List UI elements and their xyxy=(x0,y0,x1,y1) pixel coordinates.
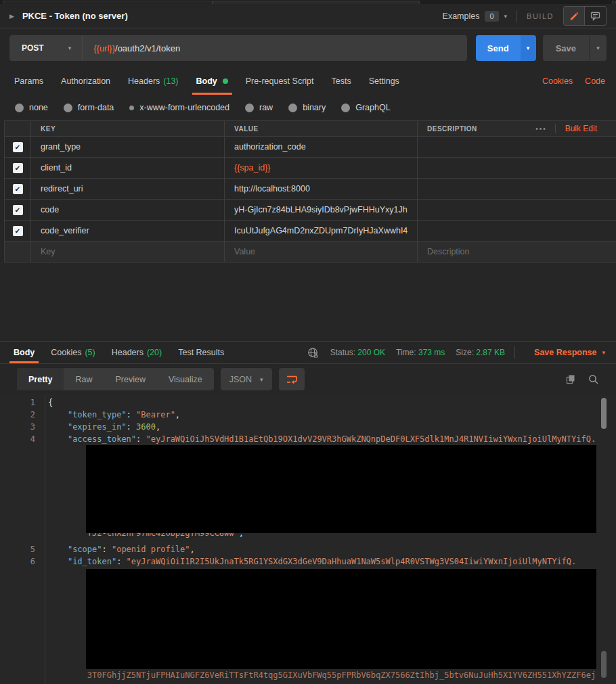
tab-label: Settings xyxy=(369,76,399,86)
response-body-editor[interactable]: 1{2 "token_type": "Bearer",3 "expires_in… xyxy=(0,394,616,684)
param-key-cell[interactable]: client_id xyxy=(31,158,225,178)
view-mode-preview[interactable]: Preview xyxy=(104,368,156,390)
param-value-placeholder: Value xyxy=(234,247,255,256)
tab-body[interactable]: Body xyxy=(188,68,237,95)
save-options-button[interactable]: ▾ xyxy=(590,35,607,61)
response-tab-test-results[interactable]: Test Results xyxy=(170,342,232,363)
token-string: "eyJraWQiOiI1R2I5UkJnaTk5RG1YSXdGX3dGeV9… xyxy=(127,557,577,566)
tab-params[interactable]: Params xyxy=(5,68,52,95)
param-value: {{spa_id}} xyxy=(234,163,271,173)
view-mode-pretty[interactable]: Pretty xyxy=(17,368,64,390)
param-key-cell[interactable]: Key xyxy=(31,242,225,262)
save-button[interactable]: Save xyxy=(543,35,590,61)
param-key-cell[interactable]: grant_type xyxy=(31,137,225,157)
param-description-cell[interactable]: Description xyxy=(418,242,616,262)
param-value-cell[interactable]: {{spa_id}} xyxy=(225,158,418,178)
body-mode-x-www-form-urlencoded[interactable]: x-www-form-urlencoded xyxy=(129,103,229,112)
method-selector[interactable]: POST xyxy=(9,43,44,53)
body-mode-label: form-data xyxy=(78,103,114,112)
url-field[interactable]: POST ▾ {{url}}/oauth2/v1/token xyxy=(9,35,467,61)
body-mode-raw[interactable]: raw xyxy=(245,103,273,112)
view-mode-visualize[interactable]: Visualize xyxy=(157,368,214,390)
request-tabs-list: ParamsAuthorizationHeaders(13)BodyPre-re… xyxy=(5,68,408,95)
save-response-chevron-down-icon[interactable]: ▾ xyxy=(602,349,605,356)
param-key-cell[interactable]: redirect_uri xyxy=(31,179,225,199)
param-value-cell[interactable]: http://localhost:8000 xyxy=(225,179,418,199)
token-punctuation: : xyxy=(127,422,136,432)
url-bar: POST ▾ {{url}}/oauth2/v1/token Send ▾ Sa… xyxy=(0,28,616,68)
examples-dropdown[interactable]: Examples xyxy=(443,12,480,21)
language-dropdown[interactable]: JSON ▾ xyxy=(221,368,272,390)
token-punctuation xyxy=(48,670,87,680)
token-punctuation: : xyxy=(127,410,136,419)
body-mode-graphql[interactable]: GraphQL xyxy=(341,103,390,112)
save-response-button[interactable]: Save Response xyxy=(534,348,596,357)
view-mode-group: PrettyRawPreviewVisualize xyxy=(17,368,214,390)
checkbox-checked-icon[interactable]: ✔ xyxy=(13,205,23,215)
body-mode-binary[interactable]: binary xyxy=(288,103,326,112)
collection-expand-icon[interactable]: ▶ xyxy=(9,13,14,20)
param-description-placeholder: Description xyxy=(427,247,470,256)
response-tab-body[interactable]: Body xyxy=(5,342,43,363)
tab-tests[interactable]: Tests xyxy=(323,68,360,95)
scrollbar-thumb-bottom[interactable] xyxy=(601,651,607,678)
token-punctuation xyxy=(48,528,87,538)
cookies-link[interactable]: Cookies xyxy=(542,76,573,86)
token-punctuation xyxy=(48,557,68,566)
param-value-cell[interactable]: authorization_code xyxy=(225,137,418,157)
response-tab-count: (20) xyxy=(147,348,162,357)
bulk-edit-link[interactable]: Bulk Edit xyxy=(556,124,607,133)
app-tab[interactable] xyxy=(3,1,213,4)
param-description-cell[interactable] xyxy=(418,158,616,178)
wrap-text-icon xyxy=(285,374,299,385)
body-mode-form-data[interactable]: form-data xyxy=(64,103,114,112)
token-key: "id_token" xyxy=(68,557,116,566)
tab-headers[interactable]: Headers(13) xyxy=(119,68,187,95)
param-value-cell[interactable]: yH-GjIcn7z84bLHA9siyIDb8vPjwFHHuYxy1JhnJ… xyxy=(225,200,418,220)
tab-authorization[interactable]: Authorization xyxy=(52,68,119,95)
param-description-cell[interactable] xyxy=(418,221,616,241)
send-options-button[interactable]: ▾ xyxy=(521,35,536,61)
more-options-icon[interactable]: ••• xyxy=(527,125,555,133)
edit-mode-button[interactable] xyxy=(564,7,585,25)
token-punctuation: : xyxy=(136,434,146,444)
checkbox-checked-icon[interactable]: ✔ xyxy=(13,226,23,236)
wrap-lines-button[interactable] xyxy=(279,368,305,390)
checkbox-checked-icon[interactable]: ✔ xyxy=(13,184,23,194)
view-mode-raw[interactable]: Raw xyxy=(64,368,104,390)
examples-chevron-down-icon[interactable]: ▾ xyxy=(504,13,508,20)
token-punctuation xyxy=(48,422,68,432)
param-description-cell[interactable] xyxy=(418,179,616,199)
method-chevron-down-icon[interactable]: ▾ xyxy=(68,45,72,51)
app-tab-active[interactable] xyxy=(213,1,420,4)
checkbox-checked-icon[interactable]: ✔ xyxy=(13,142,23,152)
line-number: 1 xyxy=(0,396,35,409)
param-key: redirect_uri xyxy=(41,184,83,193)
code-link[interactable]: Code xyxy=(585,76,605,86)
param-value-cell[interactable]: IcuUtJufgAG4mD2nxZDUpm7DrIyHJaXwwhI4Qy..… xyxy=(225,221,418,241)
scrollbar-thumb-top[interactable] xyxy=(601,398,607,429)
code-line: 4 "access_token": "eyJraWQiOiJhSVdHd1B1a… xyxy=(0,433,600,445)
param-description-cell[interactable] xyxy=(418,200,616,220)
tab-settings[interactable]: Settings xyxy=(360,68,408,95)
token-key: "access_token" xyxy=(68,434,136,444)
comments-button[interactable] xyxy=(585,7,606,25)
column-header-description: DESCRIPTION xyxy=(427,125,477,133)
send-button[interactable]: Send xyxy=(476,35,521,61)
copy-icon[interactable] xyxy=(565,373,576,385)
search-icon[interactable] xyxy=(588,373,599,385)
radio-icon xyxy=(288,104,297,112)
tab-pre-request-script[interactable]: Pre-request Script xyxy=(237,68,323,95)
param-key-cell[interactable]: code xyxy=(31,200,225,220)
param-description-cell[interactable] xyxy=(418,137,616,157)
body-mode-none[interactable]: none xyxy=(15,103,48,112)
network-globe-icon[interactable] xyxy=(307,346,320,359)
param-row: ✔codeyH-GjIcn7z84bLHA9siyIDb8vPjwFHHuYxy… xyxy=(5,200,616,221)
response-tab-cookies[interactable]: Cookies(5) xyxy=(43,342,103,363)
checkbox-checked-icon[interactable]: ✔ xyxy=(13,163,23,173)
response-tab-headers[interactable]: Headers(20) xyxy=(104,342,170,363)
param-key-cell[interactable]: code_verifier xyxy=(31,221,225,241)
param-value-cell[interactable]: Value xyxy=(225,242,418,262)
table-header-row: KEY VALUE DESCRIPTION ••• Bulk Edit xyxy=(5,121,616,137)
url-input[interactable]: {{url}}/oauth2/v1/token xyxy=(93,43,180,53)
